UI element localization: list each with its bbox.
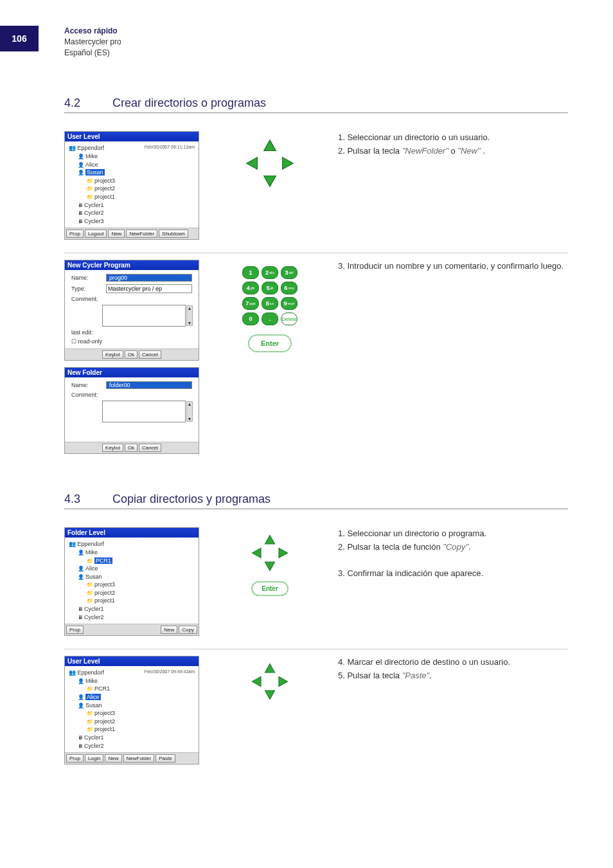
tree-cycler[interactable]: Cycler2 [78, 613, 196, 622]
enter-button[interactable]: Enter [251, 581, 289, 596]
key-3[interactable]: 3def [281, 266, 298, 279]
tree-root[interactable]: 👥 Eppendorf Mike Alice Susan project3 pr… [69, 144, 196, 225]
new-cycler-program-window: New Cycler Program Name: prog00 Type: Co… [64, 260, 199, 361]
tree-folder[interactable]: project1 [87, 193, 196, 201]
key-7[interactable]: 7pqrs [242, 297, 259, 310]
scrollbar[interactable]: ▲▼ [186, 305, 193, 326]
newfolder-button[interactable]: NewFolder [126, 230, 157, 238]
tree-user[interactable]: Mike [78, 152, 196, 161]
page-header: Acceso rápido Mastercycler pro Español (… [64, 26, 568, 58]
cancel-button[interactable]: Cancel [139, 350, 161, 359]
arrow-up-icon[interactable] [263, 534, 276, 547]
tree-folder[interactable]: project1 [87, 597, 196, 605]
arrow-up-icon[interactable] [263, 662, 276, 675]
section-4-2-heading: 4.2 Crear directorios o programas [64, 96, 568, 113]
key-2[interactable]: 2abc [262, 266, 278, 279]
numeric-keypad: 1 2abc 3def 4ghi 5jkl 6mno 7pqrs 8tuv 9w… [242, 266, 298, 325]
tree-cycler[interactable]: Cycler2 [78, 742, 196, 750]
arrow-right-icon[interactable] [276, 675, 289, 688]
tree-folder[interactable]: project3 [87, 709, 196, 718]
ok-button[interactable]: Ok [125, 444, 138, 452]
tree-user[interactable]: Alice [78, 565, 196, 573]
key-5[interactable]: 5jkl [262, 282, 278, 294]
dpad-control [251, 662, 289, 701]
tree-user[interactable]: Susan project3 project2 project1 [78, 701, 196, 734]
key-dot[interactable]: . [262, 312, 278, 325]
new-button[interactable]: New [105, 754, 121, 763]
new-button[interactable]: New [108, 230, 125, 238]
prop-button[interactable]: Prop [66, 754, 84, 763]
tree-user[interactable]: Susan project3 project2 project1 [78, 573, 196, 605]
arrow-down-icon[interactable] [262, 172, 278, 189]
copy-button[interactable]: Copy [179, 626, 197, 634]
new-folder-window: New Folder Name: folder00 Comment: ▲▼ Ke… [64, 367, 199, 454]
tree-folder[interactable]: project3 [87, 581, 196, 589]
sec-title: Crear directorios o programas [112, 96, 266, 109]
tree-root[interactable]: 👥 Eppendorf Mike PCR1 Alice Susan [69, 669, 196, 750]
tree-folder[interactable]: project2 [87, 718, 196, 726]
svg-marker-11 [279, 677, 288, 687]
arrow-left-icon[interactable] [244, 155, 261, 172]
button-bar: Keybd Ok Cancel [65, 348, 199, 360]
tree-user[interactable]: Alice [78, 161, 196, 169]
arrow-down-icon[interactable] [263, 559, 276, 572]
key-6[interactable]: 6mno [281, 282, 298, 294]
tree-cycler[interactable]: Cycler1 [78, 201, 196, 210]
comment-textarea[interactable]: ▲▼ [102, 401, 186, 422]
key-delete[interactable]: Delete [281, 312, 298, 325]
tree-cycler[interactable]: Cycler3 [78, 217, 196, 226]
key-1[interactable]: 1 [242, 266, 259, 279]
svg-marker-1 [264, 176, 276, 187]
login-button[interactable]: Login [85, 754, 104, 763]
tree-folder[interactable]: project1 [87, 725, 196, 734]
scrollbar[interactable]: ▲▼ [186, 401, 193, 422]
prop-button[interactable]: Prop [66, 230, 84, 238]
sec-title: Copiar directorios y programas [112, 493, 271, 505]
newfolder-button[interactable]: NewFolder [123, 754, 155, 763]
logout-button[interactable]: Logout [85, 230, 107, 238]
tree-folder[interactable]: PCR1 [87, 685, 196, 693]
new-button[interactable]: New [161, 626, 177, 634]
comment-textarea[interactable]: ▲▼ [102, 305, 186, 327]
tree-root[interactable]: 👥 Eppendorf Mike PCR1 Alice Susan [69, 540, 196, 621]
tree-view[interactable]: Feb/30/2007 09:49:42am 👥 Eppendorf Mike … [65, 667, 199, 751]
arrow-left-icon[interactable] [251, 547, 263, 559]
type-input[interactable] [106, 284, 192, 293]
tree-cycler[interactable]: Cycler1 [78, 605, 196, 613]
tree-user-selected[interactable]: Susan project3 project2 project1 [78, 168, 196, 201]
tree-cycler[interactable]: Cycler1 [78, 734, 196, 742]
button-bar: Prop Logout New NewFolder Shutdown [65, 228, 199, 239]
paste-button[interactable]: Paste [155, 754, 175, 763]
key-4[interactable]: 4ghi [242, 282, 259, 294]
tree-user[interactable]: Mike PCR1 [78, 548, 196, 565]
enter-button[interactable]: Enter [248, 334, 292, 352]
tree-folder[interactable]: project2 [87, 185, 196, 193]
tree-folder[interactable]: project2 [87, 589, 196, 597]
tree-folder[interactable]: project3 [87, 177, 196, 185]
tree-user[interactable]: Mike PCR1 [78, 677, 196, 693]
cancel-button[interactable]: Cancel [139, 444, 161, 452]
arrow-right-icon[interactable] [276, 547, 289, 559]
tree-view[interactable]: 👥 Eppendorf Mike PCR1 Alice Susan [65, 539, 199, 622]
arrow-left-icon[interactable] [251, 675, 263, 688]
arrow-up-icon[interactable] [262, 138, 278, 154]
arrow-right-icon[interactable] [279, 155, 296, 172]
arrow-down-icon[interactable] [263, 688, 276, 701]
ok-button[interactable]: Ok [125, 350, 138, 359]
tree-cycler[interactable]: Cycler2 [78, 209, 196, 217]
tree-view[interactable]: Feb/30/2007 09:11:12am 👥 Eppendorf Mike … [65, 143, 199, 226]
name-input[interactable]: prog00 [106, 274, 192, 282]
keybd-button[interactable]: Keybd [102, 350, 123, 359]
shutdown-button[interactable]: Shutdown [159, 230, 188, 238]
name-input[interactable]: folder00 [106, 381, 192, 389]
key-0[interactable]: 0 [242, 312, 259, 325]
tree-user-selected[interactable]: Alice [78, 693, 196, 701]
dpad-control [251, 534, 289, 572]
keybd-button[interactable]: Keybd [102, 444, 123, 452]
tree-folder-selected[interactable]: PCR1 [87, 557, 196, 565]
key-9[interactable]: 9wxyz [281, 297, 298, 310]
key-8[interactable]: 8tuv [262, 297, 278, 310]
timestamp: Feb/30/2007 09:11:12am [145, 144, 196, 150]
readonly-checkbox[interactable]: ☐ read-only [67, 337, 196, 346]
prop-button[interactable]: Prop [66, 626, 84, 634]
